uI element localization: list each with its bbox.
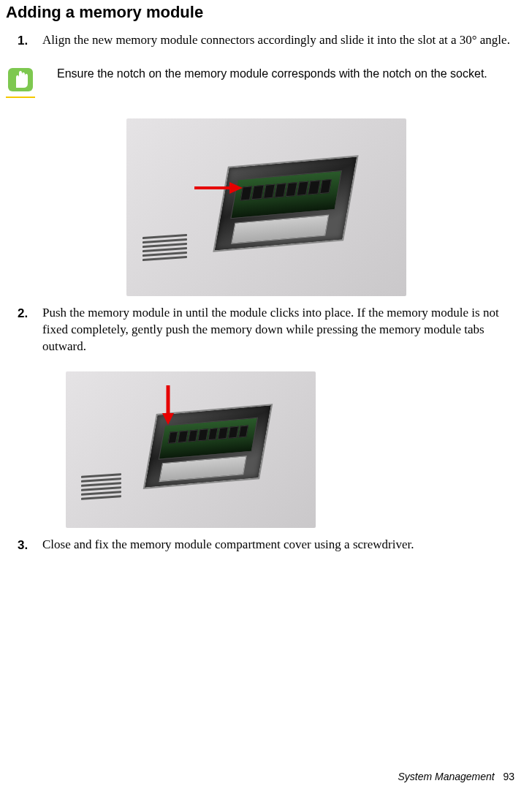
arrow-right-icon	[193, 181, 244, 198]
caution-hand-icon	[6, 66, 35, 98]
step-3: 3. Close and fix the memory module compa…	[0, 534, 532, 557]
svg-marker-4	[162, 413, 174, 425]
svg-marker-2	[229, 182, 243, 194]
footer-chapter: System Management	[398, 771, 494, 782]
step-2-number: 2.	[18, 305, 29, 355]
arrow-down-icon	[161, 384, 175, 429]
step-2-text: Push the memory module in until the modu…	[42, 305, 526, 355]
step-1: 1. Align the new memory module connector…	[0, 29, 532, 53]
footer-page-number: 93	[503, 771, 514, 782]
step-3-number: 3.	[18, 537, 29, 554]
figure-1	[126, 118, 406, 296]
step-2: 2. Push the memory module in until the m…	[0, 302, 532, 358]
caution-text: Ensure the notch on the memory module co…	[57, 66, 526, 82]
page-footer: System Management 93	[398, 771, 514, 782]
caution-block: Ensure the notch on the memory module co…	[0, 53, 532, 101]
figure-1-container	[0, 101, 532, 302]
step-3-text: Close and fix the memory module compartm…	[42, 537, 414, 554]
step-1-text: Align the new memory module connectors a…	[42, 32, 510, 50]
figure-2-container	[0, 358, 532, 534]
step-1-number: 1.	[18, 32, 29, 50]
figure-2	[66, 371, 316, 528]
page-title: Adding a memory module	[0, 0, 532, 29]
